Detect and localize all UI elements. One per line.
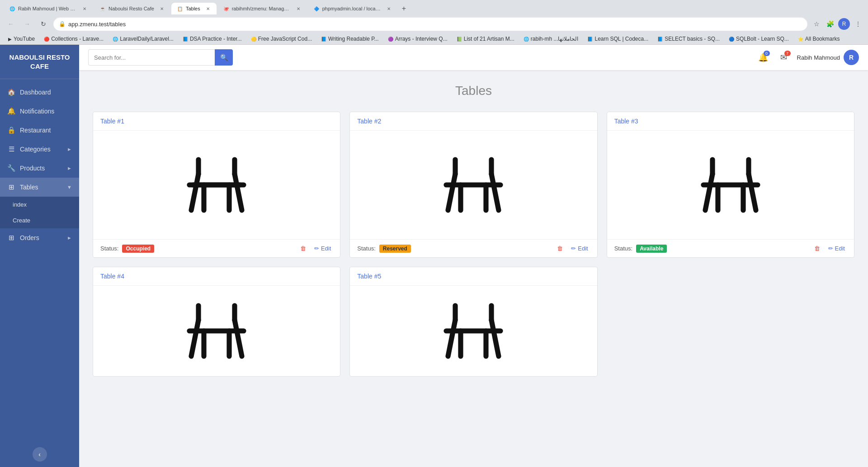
arrays-favicon: 🟣 xyxy=(388,37,393,42)
bookmark-js-label: Free JavaScript Cod... xyxy=(258,36,312,42)
sidebar: NABOULSI RESTO CAFE 🏠 Dashboard 🔔 Notifi… xyxy=(0,45,79,467)
topbar: 🔍 🔔 0 ✉ 7 Rabih Mahmoud R xyxy=(79,45,868,70)
svg-line-1 xyxy=(235,174,242,210)
sidebar-item-dashboard[interactable]: 🏠 Dashboard xyxy=(0,83,79,102)
products-icon: 🔧 xyxy=(7,164,15,172)
profile-icon[interactable]: R xyxy=(838,18,850,30)
svg-line-22 xyxy=(191,320,198,356)
bookmark-dsa[interactable]: 📘 DSA Practice - Inter... xyxy=(179,35,245,43)
sidebar-brand: NABOULSI RESTO CAFE xyxy=(0,45,79,79)
bookmark-youtube-label: YouTube xyxy=(14,36,35,42)
table-5-body xyxy=(350,286,597,376)
svg-line-8 xyxy=(448,174,455,210)
table-3-edit-label: Edit xyxy=(835,245,845,252)
address-bar-row: ← → ↻ 🔒 app.zmenu.test/tables ☆ 🧩 R ⋮ xyxy=(0,14,868,33)
bookmark-select[interactable]: 📘 SELECT basics - SQ... xyxy=(654,35,723,43)
table-1-delete-button[interactable]: 🗑 xyxy=(298,244,308,253)
tab-5-close[interactable]: ✕ xyxy=(386,5,392,12)
tables-index-label: index xyxy=(13,201,72,208)
sidebar-item-tables-index[interactable]: index xyxy=(0,197,79,212)
sidebar-item-orders[interactable]: ⊞ Orders ► xyxy=(0,228,79,247)
bookmark-youtube[interactable]: ▶ YouTube xyxy=(5,35,38,43)
table-2-icon xyxy=(437,149,509,221)
tab-1[interactable]: 🌐 Rabih Mahmoud | Web Develop... ✕ xyxy=(4,3,93,14)
table-2-edit-button[interactable]: ✏ Edit xyxy=(569,244,590,253)
tab-3-favicon: 📋 xyxy=(177,5,183,12)
bookmark-sqlbolt-label: SQLBolt - Learn SQ... xyxy=(736,36,789,42)
dsa-favicon: 📘 xyxy=(183,37,188,42)
svg-line-0 xyxy=(191,174,198,210)
bell-notification-button[interactable]: 🔔 0 xyxy=(755,50,771,65)
notifications-label: Notifications xyxy=(20,108,72,115)
forward-button[interactable]: → xyxy=(21,18,33,30)
bookmark-sqlbolt[interactable]: 🔵 SQLBolt - Learn SQ... xyxy=(725,35,793,43)
address-bar[interactable]: 🔒 app.zmenu.test/tables xyxy=(53,17,807,31)
table-2-delete-button[interactable]: 🗑 xyxy=(555,244,565,253)
tab-3[interactable]: 📋 Tables ✕ xyxy=(171,3,217,14)
mail-notification-button[interactable]: ✉ 7 xyxy=(776,50,792,65)
back-button[interactable]: ← xyxy=(5,18,17,30)
bookmark-icon[interactable]: ☆ xyxy=(811,19,822,29)
svg-line-30 xyxy=(491,320,499,356)
table-4-body xyxy=(93,286,340,376)
tab-1-close[interactable]: ✕ xyxy=(81,5,88,12)
table-3-icon xyxy=(694,149,767,221)
bookmark-all[interactable]: ⭐ All Bookmarks xyxy=(794,35,844,43)
sql-favicon: 📘 xyxy=(587,37,593,42)
tab-1-favicon: 🌐 xyxy=(9,5,15,12)
delete-icon-2: 🗑 xyxy=(557,245,563,252)
bookmark-collections[interactable]: 🔴 Collections - Larave... xyxy=(40,35,107,43)
user-info[interactable]: Rabih Mahmoud R xyxy=(797,50,859,65)
edit-icon-3: ✏ xyxy=(828,245,833,252)
svg-line-15 xyxy=(705,174,712,210)
bookmark-laraveldaily[interactable]: 🌐 LaravelDaily/Laravel... xyxy=(109,35,177,43)
tab-1-label: Rabih Mahmoud | Web Develop... xyxy=(18,6,77,11)
sidebar-item-restaurant[interactable]: 🔒 Restaurant xyxy=(0,121,79,140)
bookmark-writing-label: Writing Readable P... xyxy=(328,36,379,42)
tab-3-close[interactable]: ✕ xyxy=(205,5,211,12)
tab-4-close[interactable]: ✕ xyxy=(295,5,302,12)
app-container: NABOULSI RESTO CAFE 🏠 Dashboard 🔔 Notifi… xyxy=(0,45,868,467)
table-3-edit-button[interactable]: ✏ Edit xyxy=(826,244,847,253)
search-input[interactable] xyxy=(88,49,215,66)
categories-label: Categories xyxy=(20,146,62,153)
bookmark-arrays[interactable]: 🟣 Arrays - Interview Q... xyxy=(384,35,451,43)
bookmark-writing[interactable]: 📘 Writing Readable P... xyxy=(317,35,382,43)
table-3-status-prefix: Status: xyxy=(614,245,632,252)
new-tab-button[interactable]: + xyxy=(398,3,410,14)
tab-2[interactable]: ☕ Naboulsi Resto Cafe ✕ xyxy=(94,3,170,14)
products-arrow: ► xyxy=(67,165,72,171)
bookmark-artisan[interactable]: 📗 List of 21 Artisan M... xyxy=(453,35,518,43)
tab-4[interactable]: 🐙 rabihmh/zmenu: Manage your ... ✕ xyxy=(217,3,307,14)
collections-favicon: 🔴 xyxy=(44,37,49,42)
extensions-icon[interactable]: 🧩 xyxy=(825,19,835,29)
sidebar-item-products[interactable]: 🔧 Products ► xyxy=(0,159,79,178)
restaurant-label: Restaurant xyxy=(20,127,72,134)
bookmark-sql[interactable]: 📘 Learn SQL | Codeca... xyxy=(584,35,652,43)
table-2-body xyxy=(350,131,597,239)
tab-5[interactable]: 🔷 phpmyadmin.local / localhost / ✕ xyxy=(308,3,397,14)
table-3-footer: Status: Available 🗑 ✏ Edit xyxy=(607,239,854,257)
user-avatar: R xyxy=(844,50,859,65)
delete-icon-3: 🗑 xyxy=(814,245,820,252)
user-name: Rabih Mahmoud xyxy=(797,54,840,61)
edit-icon: ✏ xyxy=(314,245,319,252)
bookmark-js[interactable]: 🟡 Free JavaScript Cod... xyxy=(247,35,316,43)
reload-button[interactable]: ↻ xyxy=(37,18,50,30)
dashboard-icon: 🏠 xyxy=(7,88,15,96)
collapse-button[interactable]: ‹ xyxy=(33,447,47,462)
sidebar-item-tables[interactable]: ⊞ Tables ▼ xyxy=(0,178,79,197)
sidebar-item-tables-create[interactable]: Create xyxy=(0,212,79,228)
bookmark-rabih[interactable]: 🌐 rabih-mh ...الحاملاتها xyxy=(520,35,582,43)
sidebar-item-notifications[interactable]: 🔔 Notifications xyxy=(0,102,79,121)
search-button[interactable]: 🔍 xyxy=(215,49,233,66)
sidebar-item-categories[interactable]: ☰ Categories ► xyxy=(0,140,79,159)
table-1-edit-button[interactable]: ✏ Edit xyxy=(312,244,333,253)
table-1-status-prefix: Status: xyxy=(100,245,118,252)
tab-4-favicon: 🐙 xyxy=(223,5,229,12)
svg-line-29 xyxy=(448,320,455,356)
tab-2-close[interactable]: ✕ xyxy=(159,5,165,12)
table-3-delete-button[interactable]: 🗑 xyxy=(812,244,822,253)
menu-icon[interactable]: ⋮ xyxy=(853,19,863,29)
tables-submenu: index Create xyxy=(0,197,79,228)
